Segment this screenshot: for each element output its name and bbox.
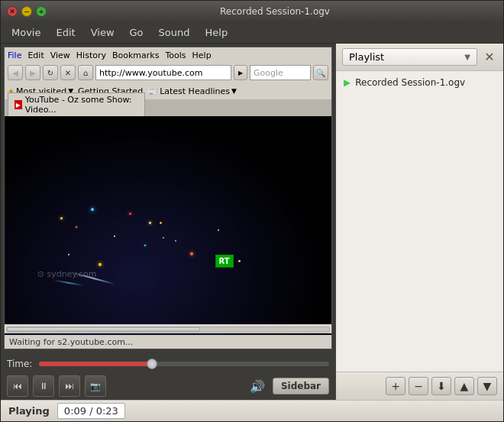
search-icon: 🔍: [316, 69, 325, 77]
minimize-icon: −: [24, 8, 30, 15]
menu-sound[interactable]: Sound: [151, 24, 198, 41]
bookmark-latest-label: Latest Headlines: [160, 86, 230, 96]
close-window-button[interactable]: ✕: [7, 6, 18, 17]
close-icon: ✕: [9, 8, 15, 15]
playlist-dropdown-arrow: ▼: [464, 53, 470, 61]
screenshot-button[interactable]: 📷: [85, 375, 106, 397]
rt-logo: RT: [215, 255, 234, 268]
browser-scrollbar[interactable]: [5, 324, 331, 333]
bookmark-latest-icon: 📰: [147, 86, 158, 96]
window-title: Recorded Session-1.ogv: [53, 6, 497, 17]
search-label: Google: [254, 68, 283, 78]
playlist-remove-button[interactable]: −: [409, 377, 428, 395]
menu-edit[interactable]: Edit: [48, 24, 82, 41]
download-icon: ⬇: [437, 380, 446, 392]
sidebar-button[interactable]: Sidebar: [273, 378, 329, 394]
time-label: Time:: [7, 359, 34, 369]
playlist-up-button[interactable]: ▲: [454, 377, 474, 395]
skip-back-icon: ⏮: [13, 381, 22, 391]
menu-help[interactable]: Help: [198, 24, 236, 41]
playlist-toolbar: + − ⬇ ▲ ▼: [336, 372, 503, 400]
playlist-dropdown[interactable]: Playlist ▼: [342, 48, 477, 66]
browser-status-text: Waiting for s2.youtube.com...: [9, 337, 133, 347]
maximize-icon: +: [38, 8, 44, 15]
search-bar[interactable]: Google: [250, 65, 311, 80]
time-display: 0:09 / 0:23: [57, 403, 125, 419]
browser-menu-history[interactable]: History: [76, 50, 106, 60]
video-overlay: RT ⊙ sydney.com: [5, 116, 331, 349]
forward-icon: ▶: [30, 69, 36, 77]
stop-button[interactable]: ✕: [60, 65, 76, 80]
skip-forward-button[interactable]: ⏭: [59, 375, 80, 397]
tab-label: YouTube - Oz some Show: Video...: [25, 95, 138, 115]
browser-menu-bookmarks[interactable]: Bookmarks: [112, 50, 159, 60]
reload-icon: ↻: [47, 69, 53, 77]
go-button[interactable]: ▶: [234, 65, 247, 80]
browser-menu-help[interactable]: Help: [192, 50, 212, 60]
playlist-header: Playlist ▼ ✕: [336, 44, 503, 71]
bookmark-latest-headlines[interactable]: 📰 Latest Headlines ▼: [147, 86, 237, 96]
timeline-track[interactable]: [39, 362, 329, 366]
tab-favicon: ▶: [15, 100, 22, 109]
playlist-items: ▶ Recorded Session-1.ogv: [336, 71, 503, 372]
screenshot-icon: 📷: [90, 381, 101, 391]
playlist-title: Playlist: [349, 51, 384, 63]
status-bar: Playing 0:09 / 0:23: [1, 400, 503, 421]
sydney-watermark-text: ⊙ sydney.com: [37, 269, 97, 279]
main-content: File Edit View History Bookmarks Tools H…: [1, 44, 503, 400]
window-controls: ✕ − +: [7, 6, 47, 17]
controls-bar: ⏮ ⏸ ⏭ 📷 🔊 Sidebar: [1, 372, 335, 400]
browser-menubar: File Edit View History Bookmarks Tools H…: [5, 47, 331, 63]
playlist-down-button[interactable]: ▼: [477, 377, 497, 395]
playlist-item-label: Recorded Session-1.ogv: [355, 77, 465, 88]
skip-forward-icon: ⏭: [65, 381, 74, 391]
minimize-window-button[interactable]: −: [21, 6, 32, 17]
browser-menu-file[interactable]: File: [8, 50, 21, 60]
horizontal-scrollbar[interactable]: [6, 326, 330, 333]
titlebar: ✕ − + Recorded Session-1.ogv: [1, 1, 503, 22]
sydney-watermark: ⊙ sydney.com: [37, 269, 97, 279]
back-button[interactable]: ◀: [8, 65, 23, 80]
forward-button[interactable]: ▶: [25, 65, 40, 80]
back-icon: ◀: [12, 69, 18, 77]
main-window: ✕ − + Recorded Session-1.ogv Movie Edit …: [0, 0, 504, 422]
app-menubar: Movie Edit View Go Sound Help: [1, 22, 503, 44]
playlist-download-button[interactable]: ⬇: [431, 377, 451, 395]
browser-tab-youtube[interactable]: ▶ YouTube - Oz some Show: Video...: [8, 93, 145, 116]
browser-tabs: ▶ YouTube - Oz some Show: Video...: [5, 99, 331, 116]
pause-button[interactable]: ⏸: [33, 375, 54, 397]
up-icon: ▲: [460, 380, 469, 392]
stop-icon: ✕: [65, 69, 71, 77]
playlist-item[interactable]: ▶ Recorded Session-1.ogv: [339, 74, 500, 91]
volume-button[interactable]: 🔊: [247, 375, 268, 397]
home-button[interactable]: ⌂: [78, 65, 93, 80]
address-text: http://www.youtube.com: [99, 68, 202, 78]
reload-button[interactable]: ↻: [43, 65, 58, 80]
skip-back-button[interactable]: ⏮: [7, 375, 28, 397]
scrollbar-thumb: [7, 327, 200, 332]
playlist-panel: Playlist ▼ ✕ ▶ Recorded Session-1.ogv + …: [335, 44, 503, 400]
playlist-close-button[interactable]: ✕: [482, 50, 497, 65]
timeline-handle[interactable]: [147, 359, 157, 369]
timeline-area: Time:: [1, 352, 335, 372]
browser-menu-view[interactable]: View: [50, 50, 70, 60]
playing-indicator: ▶: [344, 77, 351, 88]
browser-statusbar: Waiting for s2.youtube.com...: [5, 335, 331, 349]
volume-icon: 🔊: [250, 379, 265, 394]
video-content[interactable]: RT ⊙ sydney.com Waiting for: [5, 116, 331, 349]
menu-go[interactable]: Go: [122, 24, 151, 41]
pause-icon: ⏸: [39, 381, 48, 391]
browser-menu-tools[interactable]: Tools: [165, 50, 186, 60]
maximize-window-button[interactable]: +: [36, 6, 47, 17]
playing-status: Playing: [8, 405, 50, 417]
menu-view[interactable]: View: [83, 24, 122, 41]
playlist-add-button[interactable]: +: [386, 377, 405, 395]
browser-menu-edit[interactable]: Edit: [27, 50, 44, 60]
player-panel: File Edit View History Bookmarks Tools H…: [1, 44, 335, 400]
latest-dropdown-icon: ▼: [231, 87, 237, 95]
search-button[interactable]: 🔍: [313, 65, 328, 80]
timeline-progress: [39, 362, 152, 366]
address-bar[interactable]: http://www.youtube.com: [95, 65, 231, 80]
down-icon: ▼: [483, 380, 492, 392]
menu-movie[interactable]: Movie: [4, 24, 48, 41]
